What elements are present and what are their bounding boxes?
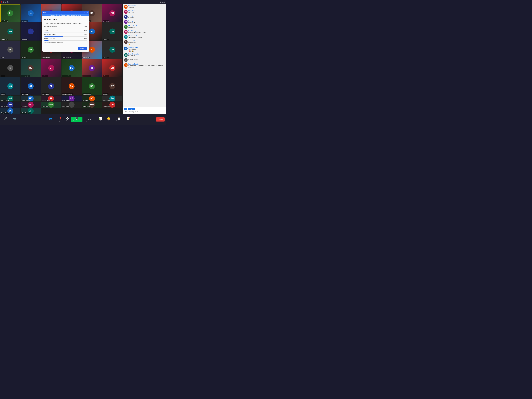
- video-tile[interactable]: CW Chris Wogan: [102, 102, 122, 108]
- video-tile[interactable]: ZL zliao@mda...: [41, 77, 61, 95]
- video-tile[interactable]: MC mrcampbe@...: [21, 59, 41, 77]
- unmute-button[interactable]: 🎤 Unmute ▲: [1, 117, 9, 122]
- video-tile[interactable]: DL Dershan Luo: [21, 102, 41, 108]
- video-tile[interactable]: EB Eva Birring: [102, 4, 122, 22]
- video-icon: 📹: [13, 117, 17, 120]
- poll-option-career: Career development 34%: [44, 25, 87, 28]
- chat-avatar: SK: [124, 20, 128, 24]
- chat-message: EB Eva Birring t... Congratulations Joe …: [124, 30, 165, 34]
- video-tile[interactable]: LM Lifei MDA3: [102, 59, 122, 77]
- video-tile[interactable]: GM Gohar Manzar: [41, 102, 61, 108]
- chat-recipient-badge[interactable]: Everyone: [128, 108, 135, 110]
- poll-option-label: Learn a new skill: [44, 38, 55, 39]
- chat-sender: Elena Konst...: [128, 25, 138, 27]
- chat-messages: PD Prajnan Da... Terrific w... MF Mary F…: [123, 4, 166, 107]
- chat-input-area: To: Everyone: [123, 107, 166, 114]
- chat-to-label: To:: [124, 108, 127, 110]
- chat-text: Great wo...: [128, 17, 137, 19]
- chat-panel: PD Prajnan Da... Terrific w... MF Mary F…: [123, 4, 166, 114]
- start-video-button[interactable]: 📹 Start Video ▲: [10, 117, 20, 122]
- whiteboards-label: Whiteboards: [115, 120, 122, 122]
- recording-indicator: [1, 1, 2, 2]
- chat-avatar: ZL: [124, 15, 128, 19]
- chat-label: Chat: [66, 120, 68, 122]
- modal-maximize-button[interactable]: □: [83, 11, 85, 13]
- video-tile[interactable]: MT Metinoco: [82, 95, 102, 101]
- video-tile[interactable]: DW Donna White: [82, 102, 102, 108]
- chat-sender: Eva Birring t...: [128, 30, 146, 32]
- polls-modal-footer: Close: [42, 45, 89, 52]
- modal-close-button[interactable]: ✕: [86, 11, 88, 13]
- video-tile[interactable]: ST Sarah Todd: [21, 77, 41, 95]
- video-tile[interactable]: HE Heiko Enderling: [21, 95, 41, 101]
- request-captions-button[interactable]: CC Request Captions ▲: [83, 117, 96, 122]
- polls-modal-title-text: Polls: [43, 11, 46, 13]
- video-tile[interactable]: JT Jason Thomas: [82, 59, 102, 77]
- reactions-icon: 😀: [107, 117, 110, 120]
- whiteboards-icon: 📋: [117, 117, 121, 120]
- video-tile[interactable]: TF Tonya Foreman: [41, 95, 61, 101]
- view-button[interactable]: ⊞ View: [160, 1, 165, 3]
- video-tile[interactable]: HH Hanh Hoang: [0, 22, 20, 40]
- whiteboards-button[interactable]: 📋 Whiteboards ▲: [114, 117, 124, 122]
- chat-avatar: PD: [124, 5, 128, 9]
- video-tile[interactable]: IK Ilbert Koong: [0, 4, 20, 22]
- chat-sender: Seungtaek...: [128, 20, 137, 22]
- video-tile[interactable]: ZU Zoom user: [21, 22, 41, 40]
- video-tile[interactable]: ET ELTravis: [21, 41, 41, 59]
- video-tile[interactable]: YS Yusung: [0, 77, 20, 95]
- notes-button[interactable]: 📝 Notes: [125, 117, 132, 122]
- video-tile[interactable]: CT chad ta...: [102, 77, 122, 95]
- video-tile[interactable]: JC Joe Chang: [21, 4, 41, 22]
- chat-message: SK Seungtaek... Congratul...: [124, 20, 165, 24]
- chat-text: she's ready...: [128, 42, 138, 44]
- chat-avatar: JG: [124, 47, 128, 50]
- leave-button[interactable]: Leave: [156, 117, 165, 121]
- modal-minimize-button[interactable]: ─: [81, 11, 83, 13]
- chat-avatar: PD: [124, 63, 128, 67]
- video-tile[interactable]: ST Sarah Todd: [41, 59, 61, 77]
- video-tile[interactable]: MG Madhu Ghosh: [0, 95, 20, 101]
- chat-text: the dinosaur...: [128, 55, 139, 57]
- chat-sender: Janet Delk t...: [128, 40, 138, 42]
- start-video-label: Start Video: [11, 120, 17, 122]
- video-tile[interactable]: SN Son Nguyen: [0, 102, 20, 108]
- poll-option-label: Career development: [44, 25, 57, 27]
- toolbar-left-group: 🎤 Unmute ▲ 📹 Start Video ▲: [1, 117, 20, 122]
- poll-option-percent: 34%: [84, 25, 87, 27]
- video-tile[interactable]: CS Chris Sanders: [62, 95, 82, 101]
- polls-modal: Polls ─ □ ✕ You are viewing the poll res…: [42, 11, 89, 52]
- video-tile[interactable]: DG Dana Garrison: [82, 77, 102, 95]
- video-tile[interactable]: JM Judy Mi...: [102, 22, 122, 40]
- polls-button[interactable]: 📊 Polls: [97, 117, 104, 122]
- video-chevron: ▲: [17, 120, 19, 121]
- chat-input[interactable]: [124, 110, 165, 113]
- qa-button[interactable]: ❓ Q&A: [57, 117, 63, 122]
- captions-label: Request Captions: [84, 120, 94, 122]
- video-tile[interactable]: M ...rphy: [0, 59, 20, 77]
- video-tile[interactable]: LC Lauren Colbert: [62, 59, 82, 77]
- video-tile[interactable]: AF Alison Ferguson: [21, 108, 41, 114]
- participants-button[interactable]: 👥 237 Participants ▲: [44, 117, 57, 122]
- share-screen-icon: 🖥️: [75, 117, 78, 120]
- poll-option-label: Health and fitness: [44, 34, 56, 35]
- polls-close-button[interactable]: Close: [78, 47, 87, 50]
- chat-message: PD Prajnan Das t... I was reflecti... to…: [124, 63, 165, 69]
- poll-question: 1. What is your priority goal this new y…: [44, 22, 87, 24]
- video-tile[interactable]: JM Judy Mi...: [102, 41, 122, 59]
- chat-sender: Jillian Gunther: [128, 47, 139, 48]
- video-tile[interactable]: W ...wei: [0, 41, 20, 59]
- share-screen-button[interactable]: 🖥️ Share Screen ▲: [71, 117, 82, 122]
- chat-button[interactable]: 💬 Chat ▲: [64, 117, 71, 122]
- video-tile[interactable]: DN Debra Nana Yeboa: [62, 77, 82, 95]
- chat-to-line: To: Everyone: [124, 108, 165, 110]
- reactions-button[interactable]: 😀 Reactions ▲: [104, 117, 113, 122]
- chat-sender: Stephanie D...: [128, 35, 142, 37]
- polls-label: Polls: [99, 120, 101, 122]
- chat-text: Wow, suc...: [128, 27, 138, 29]
- video-tile[interactable]: LI Lilie's iPhone: [62, 102, 82, 108]
- chat-message: EK Elena Konst... Wow, suc...: [124, 25, 165, 29]
- top-bar: Recording ⊞ View: [0, 0, 166, 4]
- video-tile[interactable]: SC Sonya Carouthe...: [0, 108, 20, 114]
- video-tile[interactable]: TW T.J. Whitaker: [102, 95, 122, 101]
